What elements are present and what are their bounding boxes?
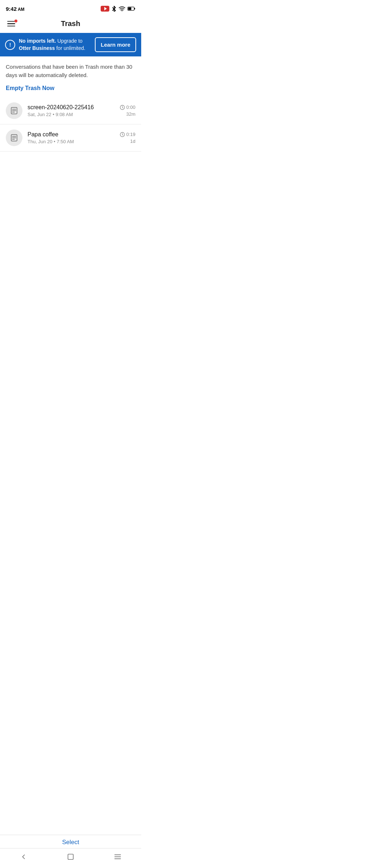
svg-rect-3 <box>128 8 131 10</box>
empty-trash-button[interactable]: Empty Trash Now <box>0 82 60 97</box>
svg-rect-2 <box>134 8 135 9</box>
clock-icon <box>120 105 125 110</box>
conversation-title: screen-20240620-225416 <box>28 104 115 111</box>
conversation-age: 1d <box>130 139 135 144</box>
banner-text: No imports left. Upgrade to Otter Busine… <box>19 38 91 52</box>
duration-row: 0:19 <box>120 132 135 137</box>
conversation-info: screen-20240620-225416 Sat, Jun 22 • 9:0… <box>28 104 115 117</box>
note-icon <box>10 133 18 142</box>
status-bar: 9:42 AM <box>0 0 141 16</box>
status-time: 9:42 AM <box>6 6 25 12</box>
conversation-meta-right: 0:19 1d <box>120 132 135 144</box>
conversation-list: screen-20240620-225416 Sat, Jun 22 • 9:0… <box>0 97 141 152</box>
video-icon <box>101 6 109 12</box>
banner-content: ! No imports left. Upgrade to Otter Busi… <box>5 38 91 52</box>
conversation-date: Thu, Jun 20 • 7:50 AM <box>28 139 115 144</box>
conversation-item[interactable]: Papa coffee Thu, Jun 20 • 7:50 AM 0:19 1… <box>0 124 141 152</box>
menu-button[interactable] <box>6 20 17 28</box>
conversation-title: Papa coffee <box>28 131 115 138</box>
conversation-info: Papa coffee Thu, Jun 20 • 7:50 AM <box>28 131 115 144</box>
page-title: Trash <box>61 20 80 28</box>
banner-alert-icon: ! <box>5 40 15 50</box>
wifi-icon <box>119 6 125 11</box>
header: Trash <box>0 16 141 33</box>
svg-point-0 <box>122 10 122 11</box>
notification-dot <box>14 20 17 22</box>
conversation-age: 32m <box>126 111 135 117</box>
conversation-item[interactable]: screen-20240620-225416 Sat, Jun 22 • 9:0… <box>0 97 141 124</box>
conversation-date: Sat, Jun 22 • 9:08 AM <box>28 112 115 117</box>
note-icon <box>10 106 18 115</box>
hamburger-line-3 <box>7 26 15 27</box>
status-icons <box>101 6 135 12</box>
hamburger-line-1 <box>7 21 15 22</box>
trash-info-text: Conversations that have been in Trash mo… <box>0 56 141 82</box>
duration-row: 0:00 <box>120 105 135 110</box>
upgrade-banner: ! No imports left. Upgrade to Otter Busi… <box>0 33 141 56</box>
battery-icon <box>127 7 135 11</box>
conversation-avatar <box>6 129 22 146</box>
learn-more-button[interactable]: Learn more <box>95 37 136 52</box>
hamburger-line-2 <box>7 23 15 24</box>
clock-icon <box>120 132 125 137</box>
conversation-avatar <box>6 102 22 119</box>
bluetooth-icon <box>112 6 117 12</box>
conversation-meta-right: 0:00 32m <box>120 105 135 117</box>
